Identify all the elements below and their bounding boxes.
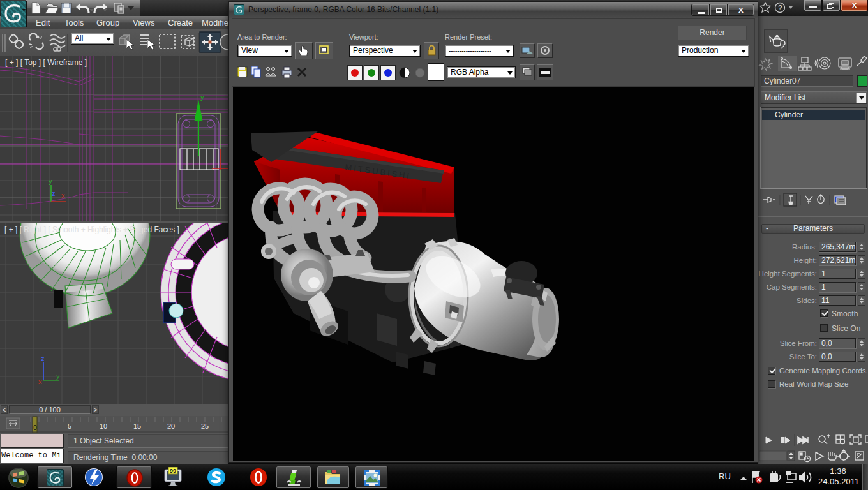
svg-text:z: z (41, 355, 45, 362)
svg-text:y: y (49, 177, 52, 185)
svg-text:0: 0 (33, 424, 37, 431)
svg-text:[ + ] [ Right ] [ Smooth + Hig: [ + ] [ Right ] [ Smooth + Highlights + … (4, 225, 179, 234)
svg-text:x: x (38, 378, 42, 385)
svg-text:99: 99 (170, 468, 176, 474)
svg-text:25: 25 (201, 422, 209, 430)
svg-text:15: 15 (133, 422, 141, 430)
svg-text:z: z (52, 189, 56, 197)
svg-text:x: x (61, 191, 65, 199)
svg-text:10: 10 (100, 422, 107, 430)
svg-text:?: ? (778, 4, 782, 11)
svg-text:5: 5 (68, 422, 71, 430)
svg-text:y: y (200, 93, 204, 101)
svg-text:20: 20 (167, 422, 175, 430)
svg-text:[ + ] [ Top ] [ Wireframe ]: [ + ] [ Top ] [ Wireframe ] (5, 58, 87, 67)
svg-text:y: y (56, 372, 60, 380)
